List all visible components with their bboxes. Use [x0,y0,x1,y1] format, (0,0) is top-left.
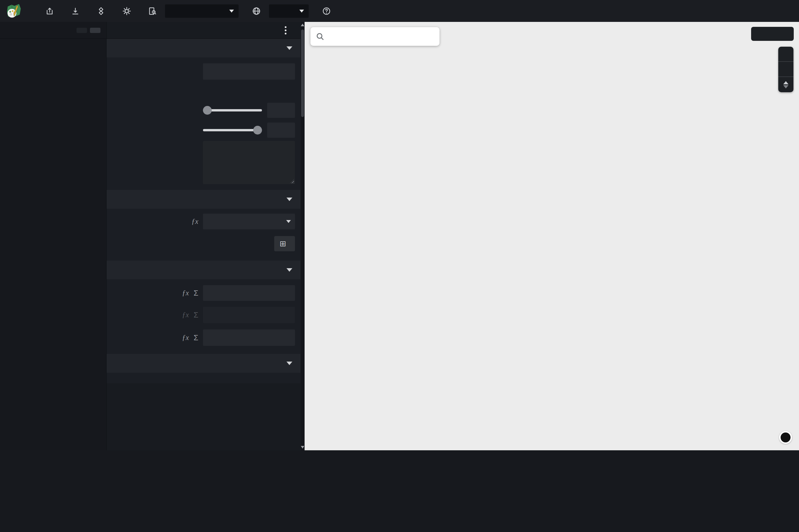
brand [5,3,28,20]
layer-options-menu-button[interactable] [283,24,288,36]
open-button[interactable] [39,0,64,22]
chevron-down-icon [229,10,234,13]
chevron-down-icon [286,220,291,223]
min-zoom-slider[interactable] [203,106,262,115]
zoom-function-icon: Σ [193,310,198,320]
max-zoom-value[interactable] [267,122,295,138]
type-field-row [107,83,304,99]
scroll-up-arrow [301,24,304,26]
sort-up-icon [783,81,788,84]
sort-down-icon [783,85,788,89]
map-render [304,22,799,450]
function-icon[interactable]: ƒx [182,289,189,297]
chevron-down-icon [286,362,292,365]
section-json-header[interactable] [107,354,304,373]
zoom-function-icon[interactable]: Σ [193,289,198,298]
map-zoom-controls [778,47,794,92]
max-zoom-slider[interactable] [203,126,262,135]
zoom-level-indicator [751,27,794,41]
section-layer-body [107,57,304,190]
color-swatch[interactable] [203,285,213,301]
chevron-down-icon [286,268,292,272]
min-zoom-row [107,101,304,119]
toolbar [0,0,799,22]
layer-editor-panel: ƒx ⊞ ƒxΣ ƒxΣ [107,22,304,450]
section-layer-header[interactable] [107,39,304,57]
scrollbar-thumb [301,30,304,117]
add-layer-button[interactable] [90,28,100,33]
zoom-out-button[interactable] [778,62,794,77]
layers-panel-header [0,22,106,39]
function-icon: ƒx [182,311,189,319]
attribution-button[interactable] [779,431,792,444]
export-icon [71,7,80,16]
filter-row: ƒx [107,213,304,230]
scroll-down-arrow [301,446,304,449]
filter-combinator-select[interactable] [203,214,295,229]
editor-scrollbar[interactable] [300,22,304,450]
color-row: ƒxΣ [107,283,304,303]
info-icon [781,433,791,442]
id-input[interactable] [203,63,295,80]
zoom-function-icon[interactable]: Σ [193,333,198,342]
max-zoom-row [107,121,304,139]
json-code-editor[interactable] [107,373,304,383]
expand-button[interactable] [76,28,87,33]
opacity-input[interactable] [203,329,295,346]
function-icon[interactable]: ƒx [182,334,189,342]
help-button[interactable] [315,0,341,22]
comments-textarea[interactable] [203,141,295,184]
view-icon [148,7,157,16]
language-select[interactable] [269,4,309,18]
style-settings-icon [122,7,131,16]
add-filter-button[interactable]: ⊞ [274,236,295,251]
comments-label [112,141,203,144]
opacity-row: ƒxΣ [107,327,304,348]
chevron-down-icon [299,10,304,13]
zoom-in-button[interactable] [778,47,794,62]
function-icon[interactable]: ƒx [191,217,198,226]
view-menu [141,0,245,22]
toolbar-menu [39,0,341,22]
comments-row [107,141,304,184]
section-paint-header[interactable] [107,261,304,279]
open-icon [45,7,54,16]
min-zoom-value[interactable] [267,103,295,118]
map-canvas[interactable] [304,22,799,450]
editor-header [107,22,304,39]
section-paint-body: ƒxΣ ƒxΣ ƒxΣ [107,279,304,354]
compass-reset-button[interactable] [778,77,794,92]
help-icon [322,7,331,16]
search-icon [316,32,324,41]
maputnik-logo [5,3,22,20]
section-filter-header[interactable] [107,190,304,209]
search-input[interactable] [329,31,443,42]
style-settings-button[interactable] [116,0,141,22]
section-filter-body: ƒx ⊞ [107,209,304,261]
layers-panel [0,22,107,450]
map-search [311,27,440,46]
chevron-down-icon [286,197,292,201]
data-sources-button[interactable] [90,0,116,22]
pattern-input[interactable] [203,307,295,323]
data-sources-icon [97,7,106,16]
export-button[interactable] [64,0,90,22]
language-menu [245,0,315,22]
chevron-down-icon [286,46,292,50]
id-field-row [107,61,304,81]
add-filter-icon: ⊞ [279,239,286,248]
view-select[interactable] [165,4,239,18]
language-icon [252,7,261,16]
pattern-row: ƒxΣ [107,304,304,325]
color-input[interactable] [203,285,295,301]
